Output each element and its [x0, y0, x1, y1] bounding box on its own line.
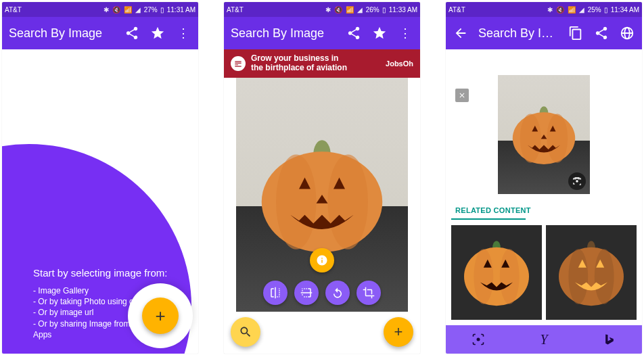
query-thumbnail[interactable]	[498, 75, 590, 194]
svg-point-2	[276, 155, 317, 249]
svg-point-13	[547, 114, 568, 163]
crop-button[interactable]	[356, 281, 381, 305]
result-item[interactable]	[451, 225, 542, 320]
rotate-button[interactable]	[325, 281, 350, 305]
star-icon[interactable]	[371, 25, 388, 41]
carrier-label: AT&T	[5, 6, 104, 14]
ad-brand: JobsOh	[386, 60, 413, 68]
svg-point-3	[328, 155, 369, 249]
nav-bing-icon[interactable]	[576, 325, 642, 354]
page-title: Search By Im…	[478, 26, 558, 41]
overflow-menu-icon[interactable]: ⋮	[175, 25, 191, 41]
image-tools	[263, 248, 381, 305]
overflow-menu-icon[interactable]: ⋮	[397, 25, 413, 41]
screenshot-3: AT&T ✱ 🔇 📶 ◢ 25% ▯ 11:34 AM Search By Im…	[446, 2, 642, 354]
svg-point-19	[474, 249, 493, 304]
share-icon[interactable]	[124, 25, 140, 41]
ad-text: Grow your business in the birthplace of …	[251, 54, 386, 73]
clock: 11:31 AM	[167, 6, 196, 14]
screenshot-2: AT&T ✱ 🔇 📶 ◢ 26% ▯ 11:33 AM Search By Im…	[224, 2, 420, 354]
page-title: Search By Image	[231, 26, 336, 41]
status-bar: AT&T ✱ 🔇 📶 ◢ 27% ▯ 11:31 AM	[2, 2, 198, 17]
svg-point-20	[500, 249, 520, 304]
pumpkin-image	[507, 97, 581, 172]
svg-point-26	[595, 249, 614, 304]
screen-body: Start by selecting image from: - Image G…	[2, 49, 198, 354]
share-icon[interactable]	[346, 25, 362, 41]
nav-lens-icon[interactable]	[446, 325, 511, 354]
ad-banner[interactable]: Grow your business in the birthplace of …	[224, 49, 420, 78]
fab-wrapper: +	[128, 283, 193, 348]
battery-icon: ▯	[160, 6, 164, 14]
status-bar: AT&T ✱ 🔇 📶 ◢ 26% ▯ 11:33 AM	[224, 2, 420, 17]
battery-pct: 25%	[588, 6, 601, 14]
globe-icon[interactable]	[619, 25, 635, 41]
svg-point-29	[477, 338, 480, 341]
copy-icon[interactable]	[568, 25, 584, 41]
pumpkin-image	[250, 123, 394, 267]
battery-pct: 27%	[144, 6, 158, 14]
clock: 11:33 AM	[389, 6, 417, 14]
carrier-label: AT&T	[448, 6, 547, 14]
screen-body: +	[224, 78, 420, 354]
app-bar: Search By Image ⋮	[224, 17, 420, 49]
carrier-label: AT&T	[227, 6, 325, 14]
screen-body: RELATED CONTENT	[446, 49, 642, 354]
pumpkin-image	[551, 232, 632, 313]
back-icon[interactable]	[453, 25, 469, 41]
battery-icon: ▯	[604, 6, 608, 14]
svg-point-25	[568, 249, 588, 304]
app-bar: Search By Image ⋮	[2, 17, 198, 49]
star-icon[interactable]	[150, 25, 166, 41]
share-icon[interactable]	[593, 25, 610, 41]
flip-vertical-button[interactable]	[294, 281, 319, 305]
nav-yahoo-icon[interactable]: Y	[511, 325, 577, 354]
info-button[interactable]	[310, 248, 334, 272]
result-item[interactable]	[546, 225, 637, 320]
status-icons: ✱ 🔇 📶 ◢	[547, 6, 584, 14]
onboard-heading: Start by selecting image from:	[33, 267, 185, 279]
clock: 11:34 AM	[611, 6, 639, 14]
svg-point-12	[520, 114, 541, 163]
flip-horizontal-button[interactable]	[263, 281, 288, 305]
search-fab[interactable]	[231, 317, 260, 347]
status-icons: ✱ 🔇 📶 ◢	[325, 6, 363, 14]
ad-app-icon	[231, 56, 246, 71]
screenshot-1: AT&T ✱ 🔇 📶 ◢ 27% ▯ 11:31 AM Search By Im…	[2, 2, 198, 354]
status-bar: AT&T ✱ 🔇 📶 ◢ 25% ▯ 11:34 AM	[446, 2, 642, 17]
page-title: Search By Image	[9, 26, 114, 41]
app-bar: Search By Im…	[446, 17, 642, 49]
bottom-nav: Y	[446, 325, 642, 354]
lens-icon[interactable]	[568, 172, 586, 190]
results-grid	[446, 220, 642, 325]
related-content-label: RELATED CONTENT	[446, 199, 642, 218]
query-image-area	[446, 49, 642, 199]
pumpkin-image	[456, 232, 537, 313]
battery-icon: ▯	[382, 6, 386, 14]
close-icon[interactable]	[455, 89, 469, 102]
status-icons: ✱ 🔇 📶 ◢	[104, 6, 141, 14]
add-image-fab[interactable]: +	[384, 317, 413, 347]
add-image-fab[interactable]: +	[142, 298, 179, 334]
battery-pct: 26%	[366, 6, 380, 14]
